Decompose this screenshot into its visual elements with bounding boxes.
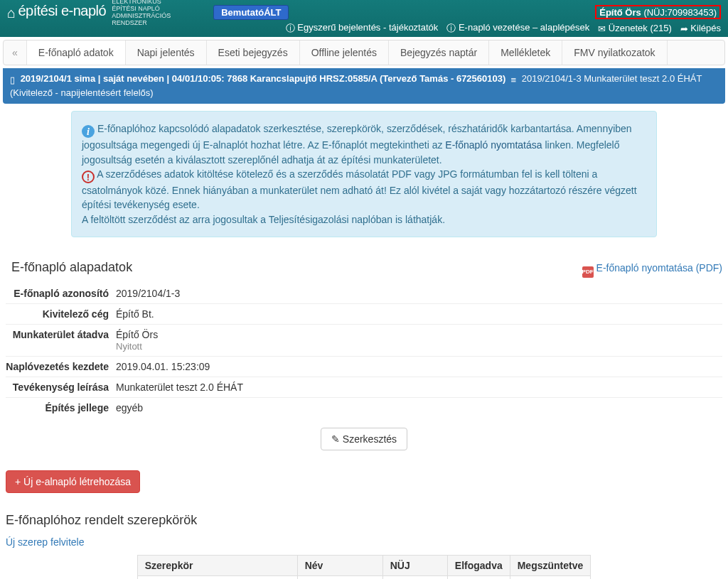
pdf-icon: PDF (582, 266, 594, 278)
list-icon: ≡ (511, 74, 517, 87)
col-accepted: Elfogadva (447, 555, 510, 575)
tab-offline-report[interactable]: Offline jelentés (300, 40, 389, 65)
value-site-handover: Építő Örs Nyitott (116, 329, 722, 352)
app-logo-subtitle: ELEKTRONIKUS ÉPÍTÉSI NAPLÓ ADMINISZTRÁCI… (112, 0, 171, 26)
demo-badge: BemutatóÁLT (213, 5, 289, 20)
link-simple-report-info[interactable]: ⓘ Egyszerű bejelentés - tájékoztatók (286, 22, 439, 35)
section-title-roles: E-főnaplóhoz rendelt szerepkörök (6, 513, 722, 528)
info-icon: i (82, 125, 95, 138)
info-panel: i E-főnaplóhoz kapcsolódó alapadatok sze… (71, 111, 657, 237)
label-id: E-főnapló azonosító (6, 288, 116, 299)
col-name: Név (297, 555, 382, 575)
value-company: Építő Bt. (116, 308, 722, 320)
base-data-table: E-főnapló azonosító 2019/2104/1-3 Kivite… (0, 283, 728, 418)
roles-table: Szerepkör Név NÜJ Elfogadva Megszüntetve… (137, 555, 592, 579)
col-nuj: NÜJ (382, 555, 447, 575)
info-icon: ⓘ (446, 22, 456, 35)
label-company: Kivitelező cég (6, 308, 116, 320)
link-messages[interactable]: ✉ Üzenetek (215) (598, 23, 672, 34)
link-print-inline[interactable]: E-főnapló nyomtatása (445, 139, 542, 151)
edit-button[interactable]: ✎ Szerkesztés (321, 428, 407, 450)
value-log-start: 2019.04.01. 15:23:09 (116, 361, 722, 372)
tab-bar: « E-főnapló adatok Napi jelentés Eseti b… (3, 40, 725, 65)
link-add-role[interactable]: Új szerep felvitele (6, 536, 85, 548)
tab-entry-calendar[interactable]: Bejegyzés naptár (389, 40, 489, 65)
section-title-basedata: E-főnapló alapadatok (11, 260, 132, 275)
link-print-pdf[interactable]: PDFE-főnapló nyomtatása (PDF) (582, 262, 722, 278)
mail-icon: ✉ (598, 23, 606, 34)
tab-fmv-declarations[interactable]: FMV nyilatkozatok (562, 40, 667, 65)
label-log-start: Naplóvezetés kezdete (6, 361, 116, 372)
tab-attachments[interactable]: Mellékletek (489, 40, 562, 65)
tab-main-data[interactable]: E-főnapló adatok (27, 40, 126, 65)
book-icon: ▯ (10, 74, 15, 87)
pencil-icon: ✎ (331, 433, 340, 445)
app-logo: ⌂ építési e-napló (7, 3, 106, 21)
tab-back[interactable]: « (4, 40, 27, 65)
label-build-type: Építés jellege (6, 402, 116, 413)
current-user-box: Építő Örs (NÜJ:709983453) (595, 5, 721, 19)
tab-occasional-entry[interactable]: Eseti bejegyzés (207, 40, 300, 65)
col-role: Szerepkör (137, 555, 297, 575)
logout-icon: ➦ (680, 23, 688, 34)
table-row[interactable]: Kivitelező - napijelentésért felelős Épí… (137, 575, 591, 579)
value-activity: Munkaterület teszt 2.0 ÉHÁT (116, 382, 722, 393)
label-activity: Tevékenység leírása (6, 382, 116, 393)
tab-daily-report[interactable]: Napi jelentés (126, 40, 207, 65)
col-terminated: Megszüntetve (510, 555, 591, 575)
new-sublog-button[interactable]: + Új e-alnapló létrehozása (6, 470, 140, 493)
value-build-type: egyéb (116, 402, 722, 413)
link-guide[interactable]: ⓘ E-napló vezetése – alaplépések (446, 22, 589, 35)
label-site-handover: Munkaterület átadva (6, 329, 116, 352)
alert-icon: ! (82, 171, 95, 183)
breadcrumb: ▯ 2019/2104/1 sima | saját nevében | 04/… (3, 68, 725, 104)
value-id: 2019/2104/1-3 (116, 288, 722, 299)
plus-icon: + (15, 476, 21, 487)
link-logout[interactable]: ➦ Kilépés (680, 23, 721, 34)
info-icon: ⓘ (286, 22, 295, 35)
